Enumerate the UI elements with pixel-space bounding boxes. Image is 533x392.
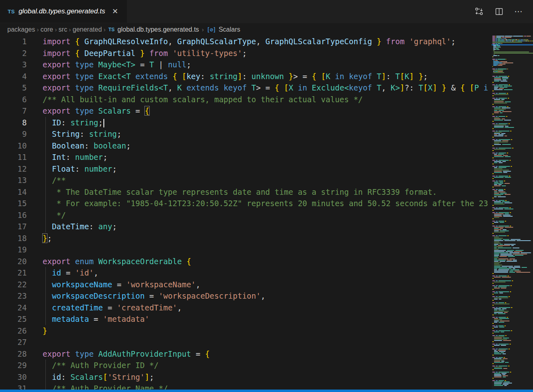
line-number[interactable]: 24 — [0, 302, 27, 314]
code-line[interactable]: 4export type Exact<T extends { [key: str… — [0, 71, 492, 82]
code-line-content[interactable]: } — [43, 325, 492, 337]
code-line-content[interactable]: * For example: "1985-04-12T23:20:50.52Z"… — [43, 198, 492, 209]
line-number[interactable]: 19 — [0, 244, 27, 256]
code-line[interactable]: 7export type Scalars = { — [0, 105, 492, 117]
line-number[interactable]: 15 — [0, 198, 27, 209]
code-line-content[interactable]: export type Exact<T extends { [key: stri… — [43, 71, 492, 82]
code-line[interactable]: 20export enum WorkspaceOrderable { — [0, 256, 492, 267]
line-number[interactable]: 2 — [0, 47, 27, 59]
code-line[interactable]: 1import { GraphQLResolveInfo, GraphQLSca… — [0, 36, 492, 47]
breadcrumb-item[interactable]: generated — [73, 26, 102, 33]
code-line[interactable]: 16 */ — [0, 209, 492, 221]
breadcrumb-file[interactable]: global.db.types.generated.ts — [118, 26, 199, 33]
code-line-content[interactable]: /** All built-in and custom scalars, map… — [43, 94, 492, 106]
code-line-content[interactable]: metadata = 'metadata' — [43, 313, 492, 325]
code-line[interactable]: 24 createdTime = 'createdTime', — [0, 302, 492, 314]
code-line[interactable]: 22 workspaceName = 'workspaceName', — [0, 279, 492, 291]
code-line-content[interactable]: /** — [43, 174, 492, 186]
line-number[interactable]: 13 — [0, 174, 27, 186]
code-line[interactable]: 2import { DeepPartial } from 'utility-ty… — [0, 47, 492, 59]
line-number[interactable]: 4 — [0, 71, 27, 82]
line-number[interactable]: 12 — [0, 163, 27, 175]
code-line-content[interactable]: export enum WorkspaceOrderable { — [43, 256, 492, 267]
code-line-content[interactable]: export type RequireFields<T, K extends k… — [43, 82, 492, 94]
code-line-content[interactable]: id = 'id', — [43, 267, 492, 279]
line-number[interactable]: 21 — [0, 267, 27, 279]
line-number[interactable]: 14 — [0, 186, 27, 198]
code-line[interactable]: 31 /** Auth Provider Name */ — [0, 383, 492, 390]
line-number[interactable]: 28 — [0, 348, 27, 360]
code-line-content[interactable]: createdTime = 'createdTime', — [43, 302, 492, 314]
code-line[interactable]: 26} — [0, 325, 492, 337]
code-line-content[interactable]: workspaceDescription = 'workspaceDescrip… — [43, 290, 492, 302]
code-line-content[interactable]: */ — [43, 209, 492, 221]
code-line[interactable]: 18}; — [0, 233, 492, 244]
line-number[interactable]: 23 — [0, 290, 27, 302]
code-line-content[interactable]: export type AddAuthProviderInput = { — [43, 348, 492, 360]
line-number[interactable]: 11 — [0, 151, 27, 163]
code-line-content[interactable]: /** Auth Provider Name */ — [43, 383, 492, 390]
line-number[interactable]: 26 — [0, 325, 27, 337]
line-number[interactable]: 10 — [0, 140, 27, 152]
open-changes-icon[interactable] — [474, 6, 484, 16]
code-line-content[interactable]: export type Scalars = { — [43, 105, 492, 117]
code-line-content[interactable]: Int: number; — [43, 151, 492, 163]
code-line-content[interactable]: Boolean: boolean; — [43, 140, 492, 152]
code-line-content[interactable]: DateTime: any; — [43, 221, 492, 233]
line-number[interactable]: 9 — [0, 128, 27, 140]
code-line-content[interactable] — [43, 244, 492, 256]
line-number[interactable]: 30 — [0, 371, 27, 383]
code-line[interactable]: 30 id: Scalars['String']; — [0, 371, 492, 383]
line-number[interactable]: 5 — [0, 82, 27, 94]
code-line[interactable]: 28export type AddAuthProviderInput = { — [0, 348, 492, 360]
split-editor-icon[interactable] — [494, 7, 504, 16]
line-number[interactable]: 18 — [0, 233, 27, 244]
close-icon[interactable]: ✕ — [112, 8, 118, 15]
code-line[interactable]: 23 workspaceDescription = 'workspaceDesc… — [0, 290, 492, 302]
breadcrumb-item[interactable]: packages — [7, 26, 35, 33]
code-line[interactable]: 21 id = 'id', — [0, 267, 492, 279]
code-line-content[interactable]: Float: number; — [43, 163, 492, 175]
minimap[interactable] — [492, 36, 533, 390]
code-line[interactable]: 13 /** — [0, 174, 492, 186]
code-line[interactable]: 27 — [0, 336, 492, 348]
line-number[interactable]: 16 — [0, 209, 27, 221]
breadcrumb-item[interactable]: core — [41, 26, 53, 33]
code-line-content[interactable]: * The DateTime scalar type represents da… — [43, 186, 492, 198]
line-number[interactable]: 22 — [0, 279, 27, 291]
code-line-content[interactable]: import { DeepPartial } from 'utility-typ… — [43, 47, 492, 59]
line-number[interactable]: 3 — [0, 59, 27, 71]
code-line[interactable]: 9 String: string; — [0, 128, 492, 140]
line-number[interactable]: 17 — [0, 221, 27, 233]
line-number[interactable]: 27 — [0, 336, 27, 348]
code-line-content[interactable]: workspaceName = 'workspaceName', — [43, 279, 492, 291]
editor-tab[interactable]: TS global.db.types.generated.ts ✕ — [0, 0, 127, 23]
line-number[interactable]: 7 — [0, 105, 27, 117]
code-line[interactable]: 29 /** Auth Provider ID */ — [0, 360, 492, 371]
code-line[interactable]: 12 Float: number; — [0, 163, 492, 175]
code-line[interactable]: 6/** All built-in and custom scalars, ma… — [0, 94, 492, 106]
breadcrumb-item[interactable]: src — [58, 26, 67, 33]
breadcrumb-symbol[interactable]: Scalars — [219, 26, 240, 33]
code-line[interactable]: 15 * For example: "1985-04-12T23:20:50.5… — [0, 198, 492, 209]
code-line[interactable]: 5export type RequireFields<T, K extends … — [0, 82, 492, 94]
code-line-content[interactable]: id: Scalars['String']; — [43, 371, 492, 383]
line-number[interactable]: 1 — [0, 36, 27, 47]
code-line[interactable]: 17 DateTime: any; — [0, 221, 492, 233]
line-number[interactable]: 29 — [0, 360, 27, 371]
code-line-content[interactable]: /** Auth Provider ID */ — [43, 360, 492, 371]
code-line[interactable]: 3export type Maybe<T> = T | null; — [0, 59, 492, 71]
line-number[interactable]: 8 — [0, 117, 27, 129]
code-line-content[interactable]: }; — [43, 233, 492, 244]
code-line-content[interactable]: ID: string; — [43, 117, 492, 129]
code-line[interactable]: 19 — [0, 244, 492, 256]
line-number[interactable]: 20 — [0, 256, 27, 267]
code-line-content[interactable] — [43, 336, 492, 348]
line-number[interactable]: 25 — [0, 313, 27, 325]
code-line[interactable]: 25 metadata = 'metadata' — [0, 313, 492, 325]
more-actions-icon[interactable]: ⋯ — [514, 6, 523, 16]
code-line[interactable]: 10 Boolean: boolean; — [0, 140, 492, 152]
line-number[interactable]: 6 — [0, 94, 27, 106]
code-line[interactable]: 8 ID: string; — [0, 117, 492, 129]
code-line-content[interactable]: export type Maybe<T> = T | null; — [43, 59, 492, 71]
